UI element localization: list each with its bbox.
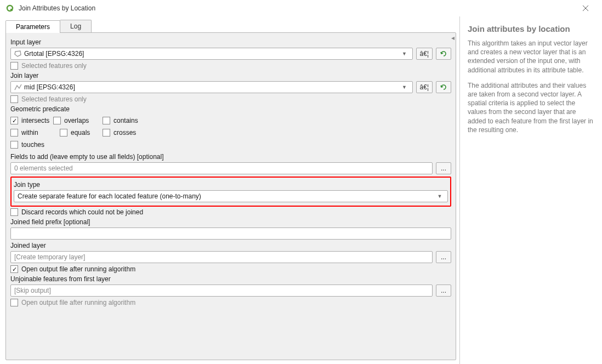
unjoinable-output[interactable]: [Skip output]: [10, 285, 433, 297]
join-layer-label: Join layer: [10, 72, 451, 79]
unjoinable-open-after-checkbox[interactable]: Open output file after running algorithm: [10, 299, 451, 306]
input-layer-browse-button[interactable]: â€¦: [416, 48, 433, 60]
left-panel: Parameters Log ◂ Input layer Grtotal [EP…: [0, 16, 459, 364]
joined-open-after-label: Open output file after running algorithm: [21, 265, 135, 273]
predicate-contains-checkbox[interactable]: contains: [103, 117, 145, 124]
join-layer-iterate-button[interactable]: [436, 81, 451, 93]
tab-log[interactable]: Log: [60, 20, 92, 32]
qgis-logo-icon: [5, 4, 14, 13]
chevron-down-icon: ▼: [435, 194, 444, 199]
chevron-down-icon: ▼: [400, 84, 409, 90]
joined-layer-browse-button[interactable]: ...: [436, 251, 451, 263]
discard-unjoined-label: Discard records which could not be joine…: [21, 208, 143, 216]
join-type-value: Create separate feature for each located…: [18, 192, 435, 200]
input-selected-only-checkbox[interactable]: Selected features only: [10, 62, 451, 70]
help-panel: Join attributes by location This algorit…: [459, 16, 602, 364]
joined-layer-output[interactable]: [Create temporary layer]: [10, 251, 433, 263]
fields-to-add-label: Fields to add (leave empty to use all fi…: [10, 153, 451, 161]
window-title: Join Attributes by Location: [19, 4, 575, 12]
parameters-panel: ◂ Input layer Grtotal [EPSG:4326] ▼ â€¦: [5, 32, 456, 360]
joined-layer-placeholder: [Create temporary layer]: [14, 253, 429, 261]
input-selected-only-label: Selected features only: [21, 62, 87, 70]
fields-to-add-value: 0 elements selected: [14, 164, 429, 172]
checkbox-icon: [10, 299, 18, 306]
panel-scroll-indicator-icon: ◂: [451, 34, 456, 38]
predicate-equals-checkbox[interactable]: equals: [60, 129, 103, 136]
join-layer-combo[interactable]: mid [EPSG:4326] ▼: [10, 81, 413, 93]
unjoinable-placeholder: [Skip output]: [14, 287, 429, 294]
help-paragraph-1: This algorithm takes an input vector lay…: [468, 39, 594, 75]
unjoinable-browse-button[interactable]: ...: [436, 285, 451, 297]
input-layer-label: Input layer: [10, 38, 451, 46]
join-selected-only-checkbox[interactable]: Selected features only: [10, 95, 451, 103]
polygon-layer-icon: [14, 50, 22, 58]
joined-layer-label: Joined layer: [10, 242, 451, 249]
predicate-overlaps-checkbox[interactable]: overlaps: [53, 117, 103, 124]
predicate-crosses-checkbox[interactable]: crosses: [103, 129, 152, 136]
tab-bar: Parameters Log: [5, 20, 456, 32]
join-type-combo[interactable]: Create separate feature for each located…: [14, 190, 448, 202]
prefix-input[interactable]: [10, 228, 451, 240]
joined-open-after-checkbox[interactable]: ✓ Open output file after running algorit…: [10, 265, 451, 273]
predicate-intersects-checkbox[interactable]: ✓intersects: [10, 117, 53, 124]
line-layer-icon: [14, 83, 22, 91]
input-layer-value: Grtotal [EPSG:4326]: [24, 50, 400, 58]
fields-to-add-input[interactable]: 0 elements selected: [10, 162, 433, 174]
join-selected-only-label: Selected features only: [21, 95, 87, 103]
checkbox-icon: [10, 208, 18, 216]
titlebar: Join Attributes by Location: [0, 0, 602, 16]
checkbox-icon: ✓: [10, 265, 18, 273]
predicate-within-checkbox[interactable]: within: [10, 129, 60, 136]
close-button[interactable]: [575, 0, 597, 16]
predicate-group: ✓intersects overlaps contains within equ…: [10, 115, 175, 151]
svg-rect-1: [10, 9, 13, 11]
join-layer-value: mid [EPSG:4326]: [24, 83, 400, 91]
checkbox-icon: [10, 95, 18, 103]
chevron-down-icon: ▼: [400, 51, 409, 56]
join-type-highlight: Join type Create separate feature for ea…: [10, 177, 451, 207]
discard-unjoined-checkbox[interactable]: Discard records which could not be joine…: [10, 208, 451, 216]
input-layer-combo[interactable]: Grtotal [EPSG:4326] ▼: [10, 48, 413, 60]
help-title: Join attributes by location: [468, 24, 594, 33]
fields-to-add-browse-button[interactable]: ...: [436, 162, 451, 174]
predicate-label: Geometric predicate: [10, 105, 451, 113]
checkbox-icon: [10, 62, 18, 70]
unjoinable-open-after-label: Open output file after running algorithm: [21, 299, 135, 306]
predicate-touches-checkbox[interactable]: touches: [10, 141, 175, 149]
unjoinable-label: Unjoinable features from first layer: [10, 275, 451, 283]
join-layer-browse-button[interactable]: â€¦: [416, 81, 433, 93]
input-layer-iterate-button[interactable]: [436, 48, 451, 60]
join-type-label: Join type: [14, 181, 448, 189]
prefix-label: Joined field prefix [optional]: [10, 218, 451, 226]
help-paragraph-2: The additional attributes and their valu…: [468, 81, 594, 134]
tab-parameters[interactable]: Parameters: [5, 20, 60, 33]
